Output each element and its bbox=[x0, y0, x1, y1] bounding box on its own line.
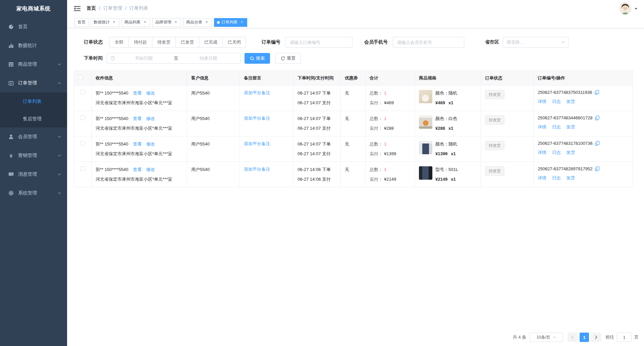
close-icon[interactable]: × bbox=[112, 20, 116, 25]
add-remark-link[interactable]: 添加平台备注 bbox=[244, 167, 270, 172]
customer-name: 用户5540 bbox=[191, 90, 235, 97]
view-link[interactable]: 查看 bbox=[133, 116, 142, 121]
reset-button[interactable]: 重置 bbox=[275, 53, 301, 64]
goto-page-input[interactable] bbox=[617, 333, 632, 342]
sidebar-item-system[interactable]: 系统管理 bbox=[0, 184, 67, 203]
sidebar-item-order-list[interactable]: 订单列表 bbox=[0, 93, 67, 110]
detail-link[interactable]: 详情 bbox=[538, 175, 546, 180]
date-range-picker[interactable]: 开始日期 至 结束日期 bbox=[107, 53, 241, 64]
close-icon[interactable]: × bbox=[173, 20, 178, 25]
detail-link[interactable]: 详情 bbox=[538, 150, 546, 155]
tab-home[interactable]: 首页 bbox=[74, 18, 89, 27]
row-checkbox[interactable] bbox=[80, 115, 85, 120]
log-link[interactable]: 日志 bbox=[552, 124, 561, 129]
status-cell: 待发货 bbox=[481, 85, 534, 111]
tab-brand-mgmt[interactable]: 品牌管理× bbox=[152, 18, 181, 27]
log-link[interactable]: 日志 bbox=[552, 150, 561, 155]
edit-link[interactable]: 修改 bbox=[146, 167, 155, 172]
sidebar-item-data-stats[interactable]: 数据统计 bbox=[0, 36, 67, 55]
log-link[interactable]: 日志 bbox=[552, 175, 561, 180]
product-spec: 型号：501L bbox=[435, 166, 458, 173]
copy-icon[interactable] bbox=[595, 166, 600, 171]
chevron-down-icon bbox=[58, 63, 61, 65]
edit-link[interactable]: 修改 bbox=[146, 91, 155, 96]
status-unpaid-button[interactable]: 待付款 bbox=[129, 37, 152, 48]
add-remark-link[interactable]: 添加平台备注 bbox=[244, 116, 270, 121]
copy-icon[interactable] bbox=[595, 141, 600, 146]
sidebar-item-products[interactable]: 商品管理 bbox=[0, 55, 67, 74]
date-separator: 至 bbox=[173, 55, 180, 61]
status-shipped-button[interactable]: 已发货 bbox=[176, 37, 199, 48]
row-checkbox[interactable] bbox=[80, 90, 85, 95]
order-status-label: 订单状态 bbox=[84, 39, 103, 45]
breadcrumb-home[interactable]: 首页 bbox=[87, 5, 96, 11]
sidebar-item-members[interactable]: 会员管理 bbox=[0, 127, 67, 146]
edit-link[interactable]: 修改 bbox=[146, 116, 155, 121]
orderno-cell: 250627-6377483178100736 详情 日志 发货 bbox=[534, 136, 633, 162]
recipient-address: 河北省保定市涿州市海富小区*单元***室 bbox=[96, 100, 183, 106]
ship-link[interactable]: 发货 bbox=[566, 175, 575, 180]
log-link[interactable]: 日志 bbox=[552, 99, 561, 104]
next-page-button[interactable] bbox=[591, 333, 601, 342]
user-avatar[interactable] bbox=[619, 2, 631, 14]
sidebar-item-orders[interactable]: 订单管理 bbox=[0, 74, 67, 93]
pagination: 共 4 条 10条/页 1 前往 页 bbox=[513, 333, 639, 342]
add-remark-link[interactable]: 添加平台备注 bbox=[244, 90, 270, 95]
region-select[interactable]: 请选择... bbox=[503, 37, 569, 48]
status-all-button[interactable]: 全部 bbox=[109, 37, 129, 48]
sidebar-item-after-sales[interactable]: 售后管理 bbox=[0, 110, 67, 127]
copy-icon[interactable] bbox=[595, 115, 600, 120]
tab-data-stats[interactable]: 数据统计× bbox=[91, 18, 119, 27]
tags-bar: 首页 数据统计× 商品列表× 品牌管理× 商品分类× 订单列表× bbox=[67, 17, 644, 28]
status-to-ship-button[interactable]: 待发货 bbox=[152, 37, 176, 48]
order-no-input[interactable] bbox=[285, 37, 353, 48]
start-date-input[interactable]: 开始日期 bbox=[115, 55, 173, 61]
customer-cell: 用户5540 bbox=[187, 136, 240, 162]
sidebar-item-messages[interactable]: 消息管理 bbox=[0, 165, 67, 184]
recipient-cell: 郭** 150****5540 查看 修改 河北省保定市涿州市海富小区*单元**… bbox=[92, 162, 187, 187]
phone-input[interactable] bbox=[393, 37, 464, 48]
page-number-1[interactable]: 1 bbox=[580, 333, 589, 342]
sidebar-item-home[interactable]: 首页 bbox=[0, 17, 67, 36]
prev-page-button[interactable] bbox=[568, 333, 578, 342]
tab-product-category[interactable]: 商品分类× bbox=[183, 18, 212, 27]
edit-link[interactable]: 修改 bbox=[146, 141, 155, 147]
close-icon[interactable]: × bbox=[204, 20, 209, 25]
row-checkbox[interactable] bbox=[80, 166, 85, 171]
view-link[interactable]: 查看 bbox=[133, 167, 142, 172]
select-all-checkbox[interactable] bbox=[78, 75, 83, 80]
page-size-select[interactable]: 10条/页 bbox=[530, 333, 563, 342]
close-icon[interactable]: × bbox=[239, 20, 244, 25]
add-remark-link[interactable]: 添加平台备注 bbox=[244, 141, 270, 146]
ship-link[interactable]: 发货 bbox=[566, 150, 575, 155]
row-checkbox[interactable] bbox=[80, 141, 85, 146]
status-cell: 待发货 bbox=[481, 136, 534, 162]
end-date-input[interactable]: 结束日期 bbox=[180, 55, 237, 61]
search-button[interactable]: 搜索 bbox=[245, 53, 270, 64]
customer-name: 用户5540 bbox=[191, 166, 235, 173]
recipient-address: 河北省保定市涿州市海富小区*单元***室 bbox=[96, 151, 183, 157]
ship-link[interactable]: 发货 bbox=[566, 124, 575, 129]
breadcrumb-order-mgmt[interactable]: 订单管理 bbox=[103, 5, 122, 11]
caret-down-icon[interactable] bbox=[635, 8, 637, 11]
detail-link[interactable]: 详情 bbox=[538, 124, 546, 129]
detail-link[interactable]: 详情 bbox=[538, 99, 546, 104]
pay-time: 06-27 14:07 支付 bbox=[298, 125, 336, 132]
copy-icon[interactable] bbox=[594, 90, 599, 95]
status-completed-button[interactable]: 已完成 bbox=[199, 37, 223, 48]
view-link[interactable]: 查看 bbox=[133, 91, 142, 96]
status-closed-button[interactable]: 已关闭 bbox=[223, 37, 246, 48]
ship-link[interactable]: 发货 bbox=[566, 99, 575, 104]
tab-product-list[interactable]: 商品列表× bbox=[121, 18, 150, 27]
order-status-group: 全部 待付款 待发货 已发货 已完成 已关闭 bbox=[109, 37, 246, 48]
order-time-label: 下单时间 bbox=[84, 55, 103, 61]
total-cell: 总数：1 实付：¥288 bbox=[366, 111, 415, 136]
tab-order-list[interactable]: 订单列表× bbox=[214, 18, 247, 27]
gauge-icon bbox=[8, 24, 14, 30]
sidebar-collapse-icon[interactable] bbox=[74, 6, 80, 11]
sidebar-item-marketing[interactable]: ¥ 营销管理 bbox=[0, 146, 67, 165]
order-time: 06-27 14:06 下单 bbox=[298, 166, 336, 173]
view-link[interactable]: 查看 bbox=[133, 141, 142, 147]
sidebar-item-label: 消息管理 bbox=[18, 171, 37, 177]
close-icon[interactable]: × bbox=[143, 20, 147, 25]
